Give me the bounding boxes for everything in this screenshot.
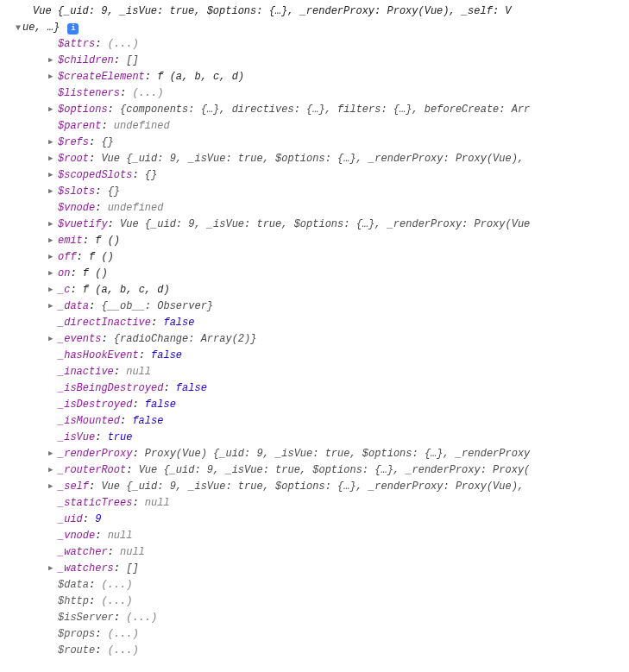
property-row[interactable]: ▶$options: {components: {…}, directives:… xyxy=(7,102,622,118)
property-row[interactable]: ▶_routerRoot: Vue {_uid: 9, _isVue: true… xyxy=(7,462,622,479)
function-f-icon: f xyxy=(83,284,95,296)
property-row[interactable]: _isDestroyed: false xyxy=(7,397,622,413)
property-key: $options xyxy=(58,104,108,116)
property-row[interactable]: ▶$slots: {} xyxy=(7,184,622,200)
property-row[interactable]: ▶$children: [] xyxy=(7,53,622,69)
property-key: $parent xyxy=(58,120,101,132)
expand-arrow-icon[interactable]: ▶ xyxy=(48,167,58,184)
property-row[interactable]: _isBeingDestroyed: false xyxy=(7,380,622,397)
property-value: null xyxy=(145,497,170,509)
function-f-icon: f xyxy=(89,251,101,263)
expand-arrow-icon[interactable]: ▶ xyxy=(48,135,58,151)
colon: : xyxy=(95,628,107,640)
expand-arrow-icon[interactable]: ▶ xyxy=(48,102,58,118)
colon: : xyxy=(89,153,101,165)
property-row[interactable]: ▶_c: f (a, b, c, d) xyxy=(7,282,622,298)
property-value: Proxy(Vue) {_uid: 9, _isVue: true, $opti… xyxy=(145,448,530,460)
property-value: false xyxy=(151,349,182,361)
property-row[interactable]: ▶_self: Vue {_uid: 9, _isVue: true, $opt… xyxy=(7,479,622,495)
colon: : xyxy=(108,104,120,116)
colon: : xyxy=(77,251,89,263)
property-row[interactable]: $vnode: undefined xyxy=(7,200,622,217)
property-row[interactable]: _inactive: null xyxy=(7,364,622,380)
expand-arrow-icon[interactable]: ▶ xyxy=(48,446,58,462)
property-row[interactable]: _vnode: null xyxy=(7,528,622,544)
property-row[interactable]: $route: (...) xyxy=(7,643,622,659)
property-row[interactable]: $isServer: (...) xyxy=(7,610,622,626)
property-row[interactable]: $parent: undefined xyxy=(7,118,622,135)
property-key: $slots xyxy=(58,185,95,198)
colon: : xyxy=(163,382,175,394)
property-row[interactable]: ▶_events: {radioChange: Array(2)} xyxy=(7,331,622,348)
property-key: $http xyxy=(58,595,89,607)
property-row[interactable]: _watcher: null xyxy=(7,544,622,561)
constructor-name: Vue xyxy=(33,5,58,17)
property-key: $root xyxy=(58,153,89,165)
expand-arrow-icon[interactable]: ▶ xyxy=(48,462,58,479)
property-value: null xyxy=(120,546,145,558)
colon: : xyxy=(132,448,144,460)
function-f-icon: f xyxy=(95,235,107,247)
expand-arrow-down-icon[interactable]: ▼ xyxy=(16,23,21,33)
expand-arrow-icon[interactable]: ▶ xyxy=(48,282,58,298)
property-row[interactable]: ▶$root: Vue {_uid: 9, _isVue: true, $opt… xyxy=(7,151,622,167)
expand-arrow-icon[interactable]: ▶ xyxy=(48,298,58,315)
property-row[interactable]: ▶$createElement: f (a, b, c, d) xyxy=(7,69,622,85)
object-header[interactable]: Vue {_uid: 9, _isVue: true, $options: {…… xyxy=(7,3,622,20)
property-row[interactable]: ▶$refs: {} xyxy=(7,135,622,151)
property-row[interactable]: ▶$vuetify: Vue {_uid: 9, _isVue: true, $… xyxy=(7,217,622,233)
expand-arrow-icon[interactable]: ▶ xyxy=(48,331,58,348)
property-value: {} xyxy=(145,169,157,181)
property-row[interactable]: $http: (...) xyxy=(7,593,622,610)
property-row[interactable]: _hasHookEvent: false xyxy=(7,348,622,364)
colon: : xyxy=(95,202,107,214)
property-row[interactable]: ▶_watchers: [] xyxy=(7,561,622,577)
expand-arrow-icon[interactable]: ▶ xyxy=(48,217,58,233)
property-value: Vue {_uid: 9, _isVue: true, $options: {…… xyxy=(120,218,530,230)
colon: : xyxy=(120,87,132,99)
property-row[interactable]: ▶on: f () xyxy=(7,266,622,282)
function-args: (a, b, c, d) xyxy=(95,284,169,296)
property-value: (...) xyxy=(101,595,132,607)
expand-arrow-icon[interactable]: ▶ xyxy=(48,479,58,495)
property-row[interactable]: _isMounted: false xyxy=(7,413,622,430)
property-row[interactable]: _directInactive: false xyxy=(7,315,622,331)
colon: : xyxy=(145,71,157,83)
property-row[interactable]: _staticTrees: null xyxy=(7,495,622,512)
expand-arrow-icon[interactable]: ▶ xyxy=(48,69,58,85)
expand-arrow-icon[interactable]: ▶ xyxy=(48,233,58,249)
property-row[interactable]: $data: (...) xyxy=(7,577,622,593)
property-row[interactable]: $attrs: (...) xyxy=(7,36,622,53)
expand-arrow-icon[interactable]: ▶ xyxy=(48,561,58,577)
property-row[interactable]: $props: (...) xyxy=(7,626,622,643)
property-row[interactable]: ▶off: f () xyxy=(7,249,622,266)
property-value: {components: {…}, directives: {…}, filte… xyxy=(120,104,530,116)
property-row[interactable]: ▶_data: {__ob__: Observer} xyxy=(7,298,622,315)
property-key: _inactive xyxy=(58,366,114,378)
property-key: _isMounted xyxy=(58,415,120,427)
expand-arrow-icon[interactable]: ▶ xyxy=(48,249,58,266)
function-f-icon: f xyxy=(157,71,169,83)
expand-arrow-icon[interactable]: ▶ xyxy=(48,151,58,167)
property-row[interactable]: $listeners: (...) xyxy=(7,85,622,102)
expand-arrow-icon[interactable]: ▶ xyxy=(48,184,58,200)
expand-arrow-icon[interactable]: ▶ xyxy=(48,266,58,282)
function-args: () xyxy=(95,267,107,279)
property-value: (...) xyxy=(126,612,157,624)
property-row[interactable]: _uid: 9 xyxy=(7,512,622,528)
property-row[interactable]: _isVue: true xyxy=(7,430,622,446)
property-value: [] xyxy=(126,562,138,575)
object-header-wrap[interactable]: ▼ue, …} i xyxy=(7,20,622,36)
property-key: _routerRoot xyxy=(58,464,126,476)
property-row[interactable]: ▶_renderProxy: Proxy(Vue) {_uid: 9, _isV… xyxy=(7,446,622,462)
info-icon[interactable]: i xyxy=(67,23,79,35)
colon: : xyxy=(95,431,107,443)
property-row[interactable]: ▶$scopedSlots: {} xyxy=(7,167,622,184)
colon: : xyxy=(89,136,101,148)
expand-arrow-icon[interactable]: ▶ xyxy=(48,53,58,69)
property-row[interactable]: ▶emit: f () xyxy=(7,233,622,249)
property-value: (...) xyxy=(101,579,132,591)
property-key: _uid xyxy=(58,513,83,525)
colon: : xyxy=(89,300,101,312)
colon: : xyxy=(101,120,113,132)
